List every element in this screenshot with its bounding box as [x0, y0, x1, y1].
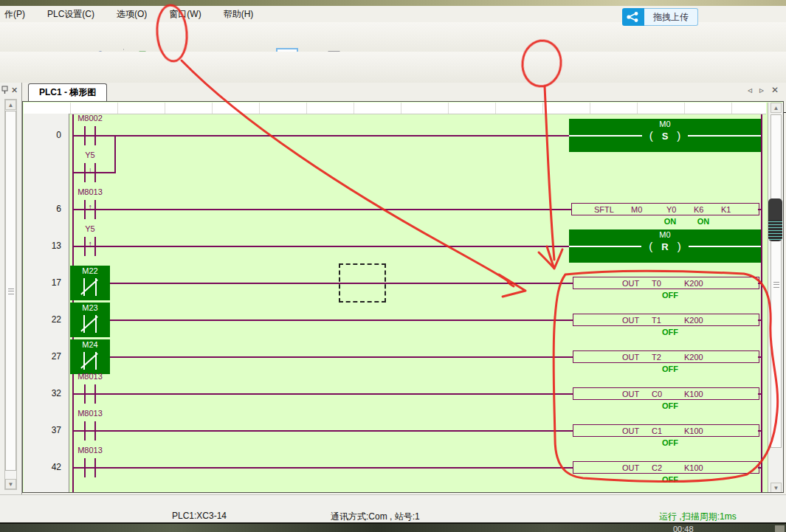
monitor-status: OFF	[662, 401, 678, 410]
tab-scroll-right-icon[interactable]: ▹	[759, 85, 764, 95]
monitor-status: OFF	[662, 475, 678, 484]
project-panel-stub: ✕ ▲ ▼	[0, 83, 22, 494]
contact[interactable]	[94, 163, 96, 182]
menu-help[interactable]: 帮助(H)	[222, 7, 255, 22]
contact-m24-active[interactable]: M24	[70, 339, 110, 374]
step-number: 22	[23, 314, 61, 325]
plc-editor-window: { "chrome": { "upload_overlay": {"label"…	[0, 0, 786, 532]
step-number: 42	[23, 462, 61, 472]
document-tabbar: PLC1 - 梯形图 ◃ ▹ ✕	[22, 83, 786, 101]
contact[interactable]	[84, 126, 86, 145]
status-run-state: 运行 ,扫描周期:1ms	[659, 511, 737, 523]
monitor-status: OFF	[662, 291, 678, 300]
contact[interactable]	[84, 163, 86, 182]
video-timestamp: 00:48	[673, 525, 694, 532]
drag-upload-label: 拖拽上传	[644, 8, 698, 26]
set-coil-m0[interactable]: M0 S	[569, 119, 761, 152]
contact-m23-active[interactable]: M23	[70, 303, 110, 337]
out-c0-box[interactable]: OUT C0 K100	[573, 387, 759, 400]
contact-label: M8013	[77, 372, 103, 381]
ladder-toolbar: ( )F7 (R)sF8 (S)sF7 { }F8 ──F11 ✕sF11 │F…	[0, 52, 786, 83]
rising-edge-glyph: ↑	[88, 240, 92, 249]
monitor-status: ON	[664, 217, 677, 226]
menu-operate[interactable]: 作(P)	[3, 7, 27, 22]
menu-options[interactable]: 选项(O)	[115, 7, 148, 22]
out-c1-box[interactable]: OUT C1 K100	[573, 424, 759, 437]
rung-line	[758, 283, 762, 284]
reset-coil-m0[interactable]: M0 R	[569, 229, 761, 263]
standard-toolbar: ?	[0, 22, 786, 52]
contact[interactable]	[94, 384, 96, 404]
rung-line	[73, 430, 573, 432]
rung-line	[73, 209, 573, 210]
tab-close-icon[interactable]: ✕	[771, 85, 779, 95]
drag-upload-overlay[interactable]: 拖拽上传	[622, 8, 698, 26]
tab-scroll-left-icon[interactable]: ◃	[748, 85, 752, 95]
step-number: 32	[23, 388, 61, 398]
rung-line	[758, 430, 762, 432]
rising-edge-glyph: ↑	[88, 203, 92, 212]
step-number-gutter	[24, 114, 69, 492]
panel-scrollbar[interactable]: ▲ ▼	[4, 99, 17, 490]
rung-line	[73, 393, 573, 395]
right-power-rail	[761, 114, 762, 492]
contact[interactable]	[84, 458, 86, 477]
rung-line	[758, 356, 762, 358]
video-control-box	[775, 525, 785, 532]
rung-line	[758, 319, 762, 321]
status-bar: PLC1:XC3-14 通讯方式:Com , 站号:1 运行 ,扫描周期:1ms	[0, 494, 786, 523]
ladder-column-header	[24, 103, 766, 114]
titlebar-strip	[0, 0, 786, 6]
contact[interactable]	[84, 384, 86, 404]
overlay-scroll-thumb[interactable]	[768, 198, 782, 241]
status-device: PLC1:XC3-14	[172, 511, 227, 521]
step-number: 13	[23, 241, 61, 251]
ladder-canvas[interactable]: 0 6 13 17 22 27 32 37 42 M8002 Y5 ↓ M0 S…	[22, 101, 784, 493]
rung-line	[73, 319, 573, 321]
contact[interactable]	[94, 458, 96, 477]
rung-line	[758, 467, 762, 469]
out-t0-box[interactable]: OUT T0 K200	[573, 277, 759, 289]
rung-line	[73, 135, 569, 137]
rung-line	[758, 209, 762, 210]
pin-icon[interactable]	[1, 86, 8, 94]
sftl-instruction-box[interactable]: SFTL M0 Y0 K6 K1	[571, 203, 759, 215]
contact[interactable]	[94, 200, 96, 219]
cloud-share-icon	[622, 8, 644, 26]
ladder-scrollbar[interactable]: ▲ ▼	[768, 103, 784, 493]
rung-line	[73, 467, 573, 469]
video-overlay-strip: 00:48	[0, 522, 786, 532]
monitor-status: OFF	[662, 438, 678, 447]
out-t2-box[interactable]: OUT T2 K200	[573, 350, 759, 363]
contact[interactable]	[94, 237, 96, 256]
step-number: 6	[23, 204, 61, 214]
step-number: 0	[23, 130, 61, 140]
menu-plc-settings[interactable]: PLC设置(C)	[46, 7, 96, 22]
edit-cursor[interactable]	[339, 263, 386, 303]
menu-window[interactable]: 窗口(W)	[168, 7, 202, 22]
contact[interactable]	[84, 200, 86, 219]
status-comm: 通讯方式:Com , 站号:1	[331, 511, 420, 523]
rung-line	[73, 283, 573, 284]
contact-label: M8013	[77, 187, 103, 196]
contact-label: M8013	[77, 409, 103, 418]
step-number: 27	[23, 351, 61, 362]
panel-close-icon[interactable]: ✕	[11, 86, 18, 95]
out-t1-box[interactable]: OUT T1 K200	[573, 314, 759, 326]
branch-line	[114, 136, 116, 173]
tab-title: PLC1 - 梯形图	[39, 86, 96, 99]
contact-label: M8002	[77, 114, 103, 122]
contact[interactable]	[84, 237, 86, 256]
monitor-status: ON	[697, 217, 710, 226]
falling-edge-glyph: ↓	[88, 166, 92, 175]
contact-label: M8013	[77, 446, 103, 455]
step-number: 37	[23, 425, 61, 435]
step-number: 17	[23, 277, 61, 288]
out-c2-box[interactable]: OUT C2 K100	[573, 461, 759, 474]
monitor-status: OFF	[662, 328, 678, 336]
contact[interactable]	[84, 421, 86, 441]
contact-m22-active[interactable]: M22	[70, 266, 110, 300]
tab-plc1-ladder[interactable]: PLC1 - 梯形图	[28, 83, 107, 101]
contact[interactable]	[94, 126, 96, 145]
contact[interactable]	[94, 421, 96, 441]
